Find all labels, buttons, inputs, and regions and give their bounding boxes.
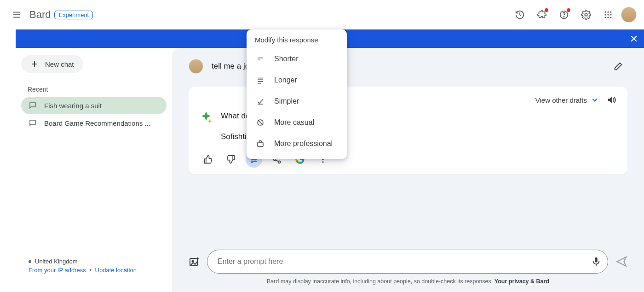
- svg-point-8: [610, 12, 611, 13]
- modify-option-longer[interactable]: Longer: [247, 70, 347, 91]
- longer-icon: [256, 76, 265, 84]
- activity-button[interactable]: [511, 6, 529, 24]
- bard-sparkle-icon: [200, 111, 213, 123]
- recent-item-label: Fish wearing a suit: [44, 102, 102, 110]
- simpler-icon: [256, 97, 265, 105]
- speaker-icon: [606, 95, 616, 105]
- composer: [189, 250, 627, 274]
- recent-item[interactable]: Fish wearing a suit: [21, 97, 167, 114]
- prompt-input-wrap[interactable]: [207, 250, 608, 274]
- modify-option-label: More professional: [274, 140, 333, 148]
- modify-option-label: Shorter: [274, 55, 298, 63]
- thumbs-down-icon: [226, 155, 236, 164]
- svg-line-29: [276, 160, 278, 162]
- main-panel: tell me a jo View other drafts: [172, 48, 644, 292]
- settings-button[interactable]: [577, 6, 595, 24]
- recent-heading: Recent: [28, 86, 167, 93]
- user-avatar: [189, 59, 203, 74]
- header-actions: [511, 6, 637, 24]
- recent-item-label: Board Game Recommendations ...: [44, 119, 150, 127]
- svg-point-7: [607, 12, 609, 13]
- svg-point-12: [605, 17, 606, 18]
- svg-point-31: [322, 159, 323, 160]
- svg-point-5: [585, 13, 587, 16]
- history-icon: [515, 10, 525, 20]
- modify-option-label: Simpler: [274, 97, 299, 105]
- new-chat-label: New chat: [45, 60, 74, 68]
- svg-point-34: [192, 261, 194, 262]
- gear-icon: [581, 10, 591, 20]
- experiment-badge: Experiment: [54, 11, 93, 19]
- svg-point-11: [610, 14, 611, 15]
- svg-point-22: [254, 159, 256, 160]
- send-icon: [615, 256, 627, 268]
- bullet-icon: [29, 260, 31, 263]
- view-drafts-button[interactable]: View other drafts: [535, 96, 599, 104]
- add-image-button[interactable]: [189, 256, 200, 267]
- chevron-down-icon: [591, 96, 599, 104]
- shorter-icon: [256, 55, 265, 63]
- thumbs-up-button[interactable]: [200, 151, 216, 168]
- sidebar: New chat Recent Fish wearing a suit Boar…: [16, 48, 172, 292]
- svg-point-4: [564, 17, 564, 17]
- casual-icon: [256, 118, 265, 127]
- modify-option-label: Longer: [274, 76, 297, 84]
- svg-point-24: [251, 161, 253, 163]
- thumbs-down-button[interactable]: [223, 151, 239, 168]
- brand: Bard Experiment: [29, 9, 93, 21]
- apps-button[interactable]: [599, 6, 617, 24]
- mic-icon: [591, 257, 601, 267]
- svg-point-14: [610, 17, 611, 18]
- disclaimer: Bard may display inaccurate info, includ…: [189, 278, 627, 285]
- mic-button[interactable]: [591, 257, 601, 267]
- hamburger-icon: [12, 10, 22, 20]
- modify-menu-title: Modify this response: [247, 36, 347, 48]
- thumbs-up-icon: [203, 155, 213, 164]
- notification-dot: [545, 8, 548, 12]
- privacy-link[interactable]: Your privacy & Bard: [494, 278, 549, 285]
- extensions-button[interactable]: [533, 6, 551, 24]
- edit-prompt-button[interactable]: [609, 57, 627, 76]
- pencil-icon: [613, 61, 623, 71]
- chat-icon: [29, 101, 37, 110]
- image-add-icon: [189, 256, 200, 267]
- hamburger-menu-button[interactable]: [7, 6, 26, 24]
- svg-point-6: [605, 12, 606, 13]
- brand-name: Bard: [29, 9, 51, 21]
- disclaimer-text: Bard may display inaccurate info, includ…: [267, 278, 494, 285]
- plus-icon: [30, 60, 39, 68]
- modify-option-label: More casual: [274, 118, 314, 127]
- update-location-link[interactable]: Update location: [95, 267, 137, 274]
- svg-point-9: [605, 14, 606, 15]
- svg-point-13: [607, 17, 609, 18]
- modify-response-menu: Modify this response Shorter Longer Simp…: [247, 29, 347, 159]
- svg-point-32: [322, 162, 323, 163]
- modify-option-professional[interactable]: More professional: [247, 133, 347, 154]
- user-prompt-text: tell me a jo: [212, 62, 249, 71]
- svg-rect-44: [258, 142, 263, 146]
- chat-icon: [29, 119, 37, 127]
- new-chat-button[interactable]: New chat: [21, 55, 83, 73]
- app-header: Bard Experiment: [0, 0, 644, 29]
- svg-point-27: [278, 161, 281, 164]
- location-label: United Kingdom: [35, 258, 78, 265]
- modify-option-simpler[interactable]: Simpler: [247, 91, 347, 112]
- modify-option-shorter[interactable]: Shorter: [247, 48, 347, 70]
- sidebar-footer: United Kingdom From your IP address • Up…: [21, 252, 167, 285]
- modify-option-casual[interactable]: More casual: [247, 112, 347, 133]
- send-button[interactable]: [615, 256, 627, 268]
- svg-point-10: [607, 14, 609, 15]
- banner-close-button[interactable]: [629, 34, 638, 43]
- professional-icon: [256, 140, 265, 148]
- recent-item[interactable]: Board Game Recommendations ...: [21, 114, 167, 132]
- apps-grid-icon: [604, 10, 613, 19]
- view-drafts-label: View other drafts: [535, 96, 587, 104]
- close-icon: [629, 34, 638, 43]
- account-avatar[interactable]: [621, 7, 637, 23]
- read-aloud-button[interactable]: [606, 95, 616, 105]
- help-button[interactable]: [555, 6, 573, 24]
- ip-link[interactable]: From your IP address: [29, 267, 86, 274]
- notification-dot: [567, 8, 570, 12]
- prompt-input[interactable]: [218, 257, 591, 266]
